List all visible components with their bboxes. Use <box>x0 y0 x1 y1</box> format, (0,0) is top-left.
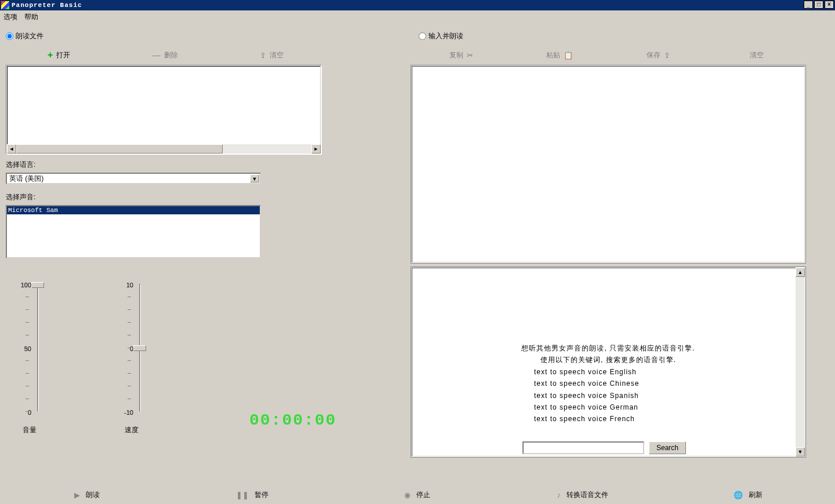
radio-read-file[interactable]: 朗读文件 <box>6 31 43 41</box>
clear-left-label: 清空 <box>270 50 284 60</box>
open-button[interactable]: +打开 <box>6 49 112 61</box>
volume-slider-group: 100 50 0 <box>6 284 52 417</box>
radio-input-read-input[interactable] <box>419 32 426 40</box>
speed-thumb[interactable] <box>133 345 146 351</box>
language-combo[interactable]: 英语 (美国) ▼ <box>6 173 261 184</box>
delete-label: 删除 <box>164 50 178 60</box>
volume-slider[interactable] <box>32 284 43 411</box>
menu-help[interactable]: 帮助 <box>24 12 38 22</box>
search-button[interactable]: Search <box>649 441 686 454</box>
app-icon <box>1 1 9 9</box>
file-list[interactable]: ◄ ► <box>6 65 322 155</box>
pause-button[interactable]: ❚❚暂停 <box>170 490 335 500</box>
play-button[interactable]: ▶朗读 <box>5 490 170 500</box>
select-language-label: 选择语言: <box>6 160 35 170</box>
speed-slider-group: 10 0 -10 <box>108 284 154 417</box>
refresh-button[interactable]: 🌐刷新 <box>665 490 830 500</box>
paste-label: 粘贴 <box>546 50 560 60</box>
clear-right-label: 清空 <box>750 50 764 60</box>
globe-icon: 🌐 <box>734 491 743 499</box>
save-label: 保存 <box>647 50 660 60</box>
minimize-button[interactable]: _ <box>804 1 813 9</box>
refresh-label: 刷新 <box>749 490 763 500</box>
paste-icon: 📋 <box>564 51 573 60</box>
language-value: 英语 (美国) <box>9 174 43 184</box>
info-panel-inner: 想听其他男女声音的朗读, 只需安装相应的语音引擎. 使用以下的关键词, 搜索更多… <box>412 268 805 456</box>
select-voice-label: 选择声音: <box>6 192 35 202</box>
scroll-thumb[interactable] <box>16 144 223 154</box>
convert-label: 转换语音文件 <box>567 490 608 500</box>
save-button[interactable]: 保存⇪ <box>609 49 707 61</box>
convert-icon: ♪ <box>557 491 561 499</box>
maximize-button[interactable]: □ <box>814 1 823 9</box>
speed-ticks <box>128 284 133 411</box>
clear-icon: ⇪ <box>260 51 266 60</box>
right-toolbar: 复制✂ 粘贴📋 保存⇪ 清空 <box>412 49 806 61</box>
clear-left-button[interactable]: ⇪清空 <box>219 49 325 61</box>
radio-read-file-label: 朗读文件 <box>16 32 43 40</box>
play-label: 朗读 <box>86 490 100 500</box>
titlebar: Panopreter Basic _ □ × <box>0 0 835 10</box>
scroll-down-icon[interactable]: ▼ <box>796 447 805 456</box>
content-area: 朗读文件 输入并朗读 +打开 —删除 ⇪清空 复制✂ 粘贴📋 保存⇪ 清空 ◄ … <box>0 23 835 504</box>
copy-button[interactable]: 复制✂ <box>412 49 510 61</box>
delete-button[interactable]: —删除 <box>112 49 218 61</box>
menu-options[interactable]: 选项 <box>3 12 17 22</box>
volume-thumb[interactable] <box>31 282 44 288</box>
info-vscroll[interactable]: ▲ ▼ <box>796 268 805 456</box>
copy-label: 复制 <box>449 50 463 60</box>
clear-right-button[interactable]: 清空 <box>707 49 806 61</box>
chevron-down-icon[interactable]: ▼ <box>250 174 259 182</box>
stop-button[interactable]: ◉停止 <box>335 490 500 500</box>
plus-icon: + <box>48 50 53 60</box>
radio-input-read[interactable]: 输入并朗读 <box>419 31 463 41</box>
info-kw5: text to speech voice French <box>412 413 804 425</box>
save-icon: ⇪ <box>664 51 670 60</box>
info-line2: 使用以下的关键词, 搜索更多的语音引擎. <box>412 354 804 366</box>
speed-slider[interactable] <box>135 284 145 411</box>
voice-item-selected[interactable]: Microsoft Sam <box>7 206 260 214</box>
time-display: 00:00:00 <box>249 411 336 429</box>
scroll-up-icon[interactable]: ▲ <box>796 268 805 277</box>
text-input-inner[interactable] <box>412 66 805 262</box>
info-kw2: text to speech voice Chinese <box>412 378 804 389</box>
minus-icon: — <box>153 50 161 60</box>
scroll-left-icon[interactable]: ◄ <box>7 144 16 154</box>
window-controls: _ □ × <box>804 1 834 9</box>
volume-ticks <box>26 284 31 411</box>
play-icon: ▶ <box>74 491 80 499</box>
app-title: Panopreter Basic <box>12 2 82 9</box>
stop-label: 停止 <box>416 490 430 500</box>
info-line1: 想听其他男女声音的朗读, 只需安装相应的语音引擎. <box>412 342 804 354</box>
scroll-right-icon[interactable]: ► <box>311 144 321 154</box>
copy-icon: ✂ <box>467 51 473 60</box>
speed-caption: 速度 <box>117 425 146 435</box>
stop-icon: ◉ <box>404 491 411 499</box>
paste-button[interactable]: 粘贴📋 <box>510 49 609 61</box>
radio-read-file-input[interactable] <box>6 32 13 40</box>
menubar: 选项 帮助 <box>0 10 835 23</box>
volume-caption: 音量 <box>15 425 44 435</box>
info-kw4: text to speech voice German <box>412 401 804 413</box>
search-input[interactable] <box>522 441 644 454</box>
text-input-area[interactable] <box>411 65 806 264</box>
convert-button[interactable]: ♪转换语音文件 <box>500 490 665 500</box>
info-panel: 想听其他男女声音的朗读, 只需安装相应的语音引擎. 使用以下的关键词, 搜索更多… <box>411 266 806 458</box>
bottom-bar: ▶朗读 ❚❚暂停 ◉停止 ♪转换语音文件 🌐刷新 <box>0 485 835 504</box>
info-kw3: text to speech voice Spanish <box>412 390 804 401</box>
close-button[interactable]: × <box>825 1 834 9</box>
pause-icon: ❚❚ <box>236 491 249 499</box>
info-kw1: text to speech voice English <box>412 366 804 378</box>
search-row: Search <box>522 441 686 454</box>
radio-input-read-label: 输入并朗读 <box>429 32 463 40</box>
open-label: 打开 <box>56 50 70 60</box>
pause-label: 暂停 <box>255 490 268 500</box>
volume-track <box>37 284 39 411</box>
file-list-inner <box>7 66 321 154</box>
voice-list[interactable]: Microsoft Sam <box>6 205 261 258</box>
scroll-track[interactable] <box>16 144 311 154</box>
file-list-hscroll[interactable]: ◄ ► <box>7 144 321 154</box>
left-toolbar: +打开 —删除 ⇪清空 <box>6 49 325 61</box>
